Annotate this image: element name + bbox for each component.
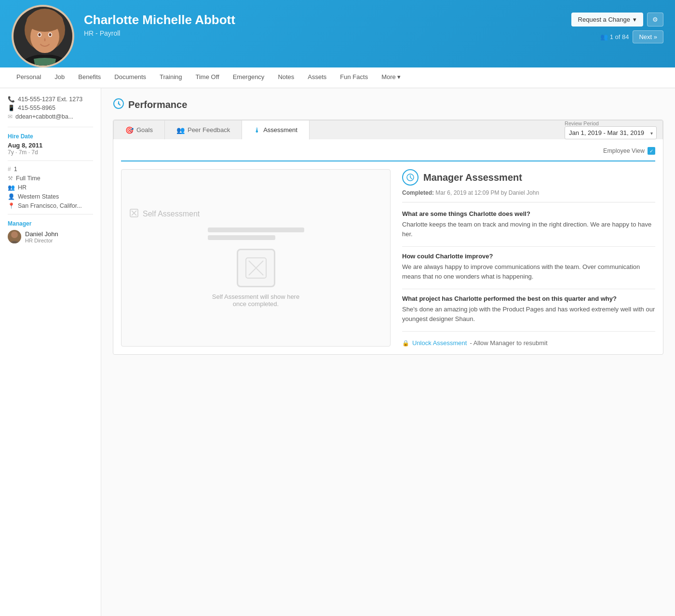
placeholder-icon [237, 249, 275, 287]
office-phone-row: 📞 415-555-1237 Ext. 1273 [8, 96, 93, 103]
next-button[interactable]: Next » [633, 30, 663, 43]
manager-assessment-column: Manager Assessment Completed: Mar 6, 201… [402, 169, 655, 347]
manager-label: Manager [8, 220, 93, 227]
manager-name: Daniel John [25, 230, 58, 238]
assessment-columns: Self Assessment [121, 169, 655, 347]
header-nav-row: 👥 1 of 84 Next » [600, 30, 663, 43]
review-period-area: Review Period Jan 1, 2019 - Mar 31, 2019… [310, 121, 662, 139]
performance-container: 🎯 Goals 👥 Peer Feedback 🌡 Assessment Rev… [113, 120, 663, 355]
assessment-label: Assessment [263, 126, 297, 134]
department: HR [18, 184, 27, 191]
content-area: Performance 🎯 Goals 👥 Peer Feedback 🌡 As… [101, 88, 675, 616]
employee-number-icon: # [8, 166, 11, 173]
header-top-row: Request a Change ▾ ⚙ [571, 13, 663, 27]
settings-button[interactable]: ⚙ [647, 13, 663, 27]
placeholder-line-2 [208, 235, 275, 240]
hire-date-tenure: 7y · 7m · 7d [8, 149, 93, 156]
email: ddean+cabbott@ba... [15, 113, 73, 120]
division: Western States [18, 193, 59, 200]
self-assessment-header-row: Self Assessment [129, 208, 382, 228]
perf-tab-goals[interactable]: 🎯 Goals [114, 121, 165, 139]
office-phone-icon: 📞 [8, 96, 15, 103]
nav-counter: 👥 1 of 84 [600, 33, 629, 40]
manager-avatar [8, 230, 21, 243]
email-icon: ✉ [8, 113, 13, 120]
header-info: Charlotte Michelle Abbott HR - Payroll [84, 9, 571, 37]
division-row: 👤 Western States [8, 193, 93, 200]
employee-view-label: Employee View [603, 147, 645, 154]
hire-date-label: Hire Date [8, 133, 93, 140]
tab-time-off[interactable]: Time Off [189, 67, 226, 88]
qa-block-2: How could Charlotte improve? We are alwa… [402, 253, 655, 281]
qa-divider-1 [402, 246, 655, 247]
manager-info: Daniel John HR Director [25, 230, 58, 243]
qa-divider-2 [402, 289, 655, 289]
employee-attrs: # 1 ⚒ Full Time 👥 HR 👤 Western States 📍 … [8, 166, 93, 209]
unlock-suffix: - Allow Manager to resubmit [470, 339, 547, 347]
assessment-icon: 🌡 [254, 126, 260, 134]
office-phone: 415-555-1237 Ext. 1273 [18, 96, 82, 103]
self-assessment-icon [129, 208, 139, 220]
request-change-label: Request a Change [578, 16, 630, 23]
email-row: ✉ ddean+cabbott@ba... [8, 113, 93, 120]
gear-icon: ⚙ [652, 16, 658, 23]
tab-benefits[interactable]: Benefits [71, 67, 108, 88]
manager-section: Manager Daniel John HR Director [8, 220, 93, 243]
manager-assessment-header: Manager Assessment [402, 169, 655, 186]
review-period-block: Review Period Jan 1, 2019 - Mar 31, 2019… [565, 121, 657, 139]
employee-view-checkbox[interactable]: ✓ [648, 147, 655, 155]
employee-number-row: # 1 [8, 166, 93, 173]
svg-point-8 [11, 231, 18, 238]
performance-title: Performance [128, 99, 187, 110]
placeholder-line-1 [208, 228, 304, 232]
svg-point-6 [49, 33, 52, 36]
employee-name: Charlotte Michelle Abbott [84, 13, 571, 27]
unlock-assessment-link[interactable]: Unlock Assessment [412, 339, 467, 347]
qa-block-1: What are some things Charlotte does well… [402, 210, 655, 239]
completed-label: Completed: [402, 189, 434, 196]
goals-icon: 🎯 [125, 126, 134, 134]
dropdown-arrow-icon: ▾ [633, 16, 636, 23]
page-header: Charlotte Michelle Abbott HR - Payroll R… [0, 0, 675, 67]
tab-documents[interactable]: Documents [108, 67, 153, 88]
tab-assets[interactable]: Assets [301, 67, 333, 88]
contact-info: 📞 415-555-1237 Ext. 1273 📱 415-555-8965 … [8, 96, 93, 120]
tab-training[interactable]: Training [153, 67, 189, 88]
qa-question-3: What project has Charlotte performed the… [402, 295, 655, 302]
mobile-phone-row: 📱 415-555-8965 [8, 105, 93, 111]
request-change-button[interactable]: Request a Change ▾ [571, 13, 643, 27]
employment-type-icon: ⚒ [8, 175, 13, 182]
perf-tab-peer-feedback[interactable]: 👥 Peer Feedback [165, 121, 242, 139]
employment-type-row: ⚒ Full Time [8, 175, 93, 182]
department-row: 👥 HR [8, 184, 93, 191]
self-assessment-placeholder: Self Assessment will show here once comp… [208, 228, 304, 308]
review-period-label: Review Period [565, 121, 657, 126]
tab-more[interactable]: More ▾ [375, 67, 407, 88]
perf-tab-assessment[interactable]: 🌡 Assessment [242, 121, 310, 140]
counter-text: 1 of 84 [610, 33, 629, 40]
tab-job[interactable]: Job [48, 67, 71, 88]
tab-personal[interactable]: Personal [10, 67, 48, 88]
goals-label: Goals [136, 126, 153, 134]
performance-tabs: 🎯 Goals 👥 Peer Feedback 🌡 Assessment Rev… [113, 120, 663, 139]
division-icon: 👤 [8, 193, 15, 200]
tab-notes[interactable]: Notes [271, 67, 301, 88]
manager-title: HR Director [25, 238, 58, 243]
employment-type: Full Time [16, 175, 40, 182]
completed-detail: Mar 6, 2019 at 12:09 PM by Daniel John [435, 189, 539, 196]
review-period-wrapper: Jan 1, 2019 - Mar 31, 2019 ▾ [565, 126, 657, 139]
qa-question-2: How could Charlotte improve? [402, 253, 655, 260]
people-icon: 👥 [600, 33, 608, 40]
unlock-row: 🔒 Unlock Assessment - Allow Manager to r… [402, 339, 655, 347]
lock-icon: 🔒 [402, 340, 409, 347]
review-period-select[interactable]: Jan 1, 2019 - Mar 31, 2019 [565, 126, 657, 139]
tab-fun-facts[interactable]: Fun Facts [333, 67, 375, 88]
qa-block-3: What project has Charlotte performed the… [402, 295, 655, 323]
nav-tabs-bar: Personal Job Benefits Documents Training… [0, 67, 675, 88]
tab-emergency[interactable]: Emergency [226, 67, 271, 88]
location-row: 📍 San Francisco, Califor... [8, 202, 93, 209]
manager-assessment-icon [402, 169, 418, 186]
mobile-phone-icon: 📱 [8, 105, 15, 111]
manager-assessment-title: Manager Assessment [423, 172, 522, 183]
manager-row: Daniel John HR Director [8, 230, 93, 243]
